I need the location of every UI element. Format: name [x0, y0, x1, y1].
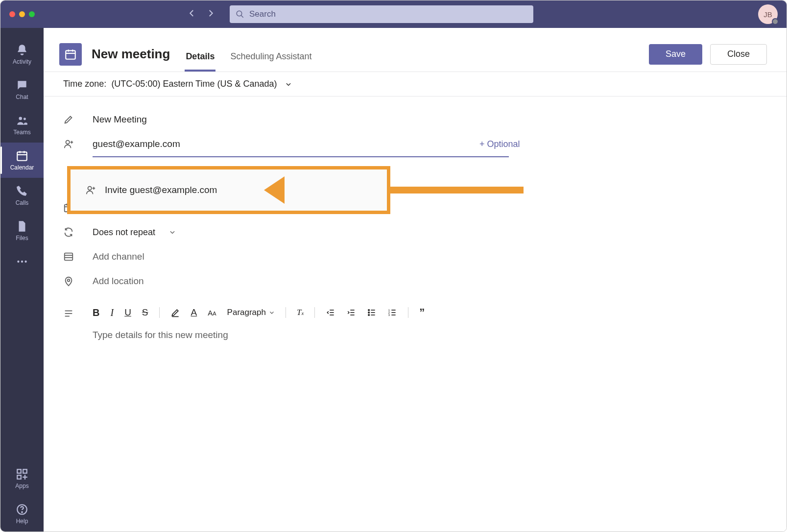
close-window-icon[interactable] — [9, 11, 15, 17]
search-icon — [236, 10, 244, 19]
invite-guest-suggestion[interactable]: Invite guest@example.com — [71, 185, 217, 195]
rte-bold[interactable]: B — [93, 307, 99, 318]
page-header: New meeting Details Scheduling Assistant… — [44, 28, 787, 72]
sidebar-item-help[interactable]: Help — [0, 496, 44, 532]
phone-icon — [16, 185, 28, 197]
timezone-value: (UTC-05:00) Eastern Time (US & Canada) — [111, 79, 277, 89]
svg-point-22 — [66, 141, 70, 144]
channel-input[interactable]: Add channel — [93, 251, 144, 262]
recurrence-icon — [63, 227, 93, 238]
meeting-title-input[interactable]: New Meeting — [93, 114, 147, 125]
rte-underline[interactable]: U — [124, 307, 131, 318]
annotation-highlight-box: Invite guest@example.com — [67, 166, 390, 214]
svg-point-46 — [368, 310, 370, 311]
add-people-icon — [85, 185, 96, 195]
timezone-label: Time zone: — [63, 79, 106, 89]
sidebar-item-label: Files — [16, 235, 28, 242]
rte-indent[interactable] — [346, 308, 356, 317]
svg-point-0 — [237, 11, 242, 16]
description-icon — [63, 306, 93, 319]
sidebar-item-files[interactable]: Files — [0, 213, 44, 248]
chat-icon — [16, 79, 28, 92]
avatar-initials: JB — [763, 10, 772, 19]
apps-icon — [16, 468, 28, 481]
nav-forward-button[interactable] — [206, 9, 215, 20]
search-placeholder: Search — [249, 9, 276, 19]
search-input[interactable]: Search — [230, 5, 533, 23]
rte-italic[interactable]: I — [110, 307, 114, 318]
fullscreen-window-icon[interactable] — [29, 11, 35, 17]
svg-point-48 — [368, 314, 370, 316]
svg-line-1 — [241, 15, 243, 18]
sidebar-item-more[interactable] — [0, 248, 44, 275]
teams-icon — [16, 114, 28, 127]
recurrence-select[interactable]: Does not repeat — [93, 227, 176, 238]
rte-number-list[interactable]: 123 — [387, 308, 397, 317]
sidebar-item-label: Activity — [13, 58, 31, 65]
rte-outdent[interactable] — [326, 308, 335, 317]
sidebar-item-calendar[interactable]: Calendar — [0, 143, 44, 178]
user-avatar[interactable]: JB — [758, 4, 778, 24]
rich-text-toolbar: B I U S A AA Paragraph — [93, 306, 767, 319]
sidebar-item-label: Chat — [16, 94, 28, 100]
presence-indicator-icon — [772, 18, 779, 25]
more-icon — [16, 255, 28, 268]
nav-back-button[interactable] — [188, 9, 196, 20]
sidebar-item-apps[interactable]: Apps — [0, 461, 44, 496]
sidebar-item-label: Help — [16, 518, 28, 525]
required-attendees-input[interactable]: guest@example.com — [93, 139, 470, 149]
add-people-icon — [63, 139, 93, 149]
svg-point-47 — [368, 312, 370, 314]
main-panel: New meeting Details Scheduling Assistant… — [44, 28, 787, 532]
svg-point-10 — [24, 261, 26, 263]
minimize-window-icon[interactable] — [19, 11, 25, 17]
svg-point-17 — [22, 512, 23, 513]
svg-rect-32 — [65, 253, 73, 261]
rte-font-color[interactable]: A — [191, 307, 197, 318]
svg-rect-12 — [23, 469, 27, 473]
svg-point-2 — [19, 117, 23, 120]
calendar-icon — [16, 149, 28, 162]
tab-scheduling-assistant[interactable]: Scheduling Assistant — [229, 41, 312, 72]
app-sidebar: Activity Chat Teams Calendar Calls Files — [0, 28, 44, 532]
sidebar-item-label: Calls — [16, 199, 29, 206]
svg-point-3 — [24, 118, 26, 120]
file-icon — [16, 220, 28, 233]
invite-guest-label: Invite guest@example.com — [105, 185, 217, 195]
titlebar: Search JB — [0, 0, 787, 28]
rte-font-size[interactable]: AA — [208, 309, 216, 317]
sidebar-item-chat[interactable]: Chat — [0, 72, 44, 107]
annotation-arrow-head — [264, 176, 285, 204]
bell-icon — [16, 44, 28, 56]
svg-text:3: 3 — [388, 314, 390, 316]
rte-quote[interactable]: ” — [419, 306, 425, 319]
chevron-down-icon — [269, 310, 275, 315]
help-icon — [16, 503, 28, 516]
svg-point-8 — [17, 261, 19, 263]
close-button[interactable]: Close — [710, 44, 767, 65]
rte-strike[interactable]: S — [142, 307, 148, 318]
sidebar-item-activity[interactable]: Activity — [0, 37, 44, 72]
sidebar-item-teams[interactable]: Teams — [0, 107, 44, 143]
rte-clear-format[interactable]: Tx — [297, 308, 304, 317]
sidebar-item-label: Apps — [15, 483, 28, 489]
chevron-down-icon — [285, 81, 292, 88]
sidebar-item-calls[interactable]: Calls — [0, 178, 44, 213]
rte-paragraph-style[interactable]: Paragraph — [227, 308, 275, 317]
meeting-header-icon — [59, 43, 82, 66]
save-button[interactable]: Save — [649, 44, 702, 65]
location-input[interactable]: Add location — [93, 276, 144, 287]
rte-bullet-list[interactable] — [367, 308, 377, 317]
add-optional-attendees[interactable]: + Optional — [479, 139, 520, 149]
tab-details[interactable]: Details — [185, 41, 215, 72]
svg-rect-18 — [66, 50, 75, 59]
window-controls — [9, 11, 35, 17]
sidebar-item-label: Calendar — [10, 164, 34, 171]
timezone-select[interactable]: Time zone: (UTC-05:00) Eastern Time (US … — [44, 72, 787, 97]
location-icon — [63, 276, 93, 287]
edit-icon — [63, 114, 93, 125]
meeting-details-input[interactable]: Type details for this new meeting — [93, 319, 767, 340]
rte-highlight[interactable] — [170, 308, 180, 317]
page-title: New meeting — [92, 47, 170, 62]
svg-point-9 — [21, 261, 23, 263]
